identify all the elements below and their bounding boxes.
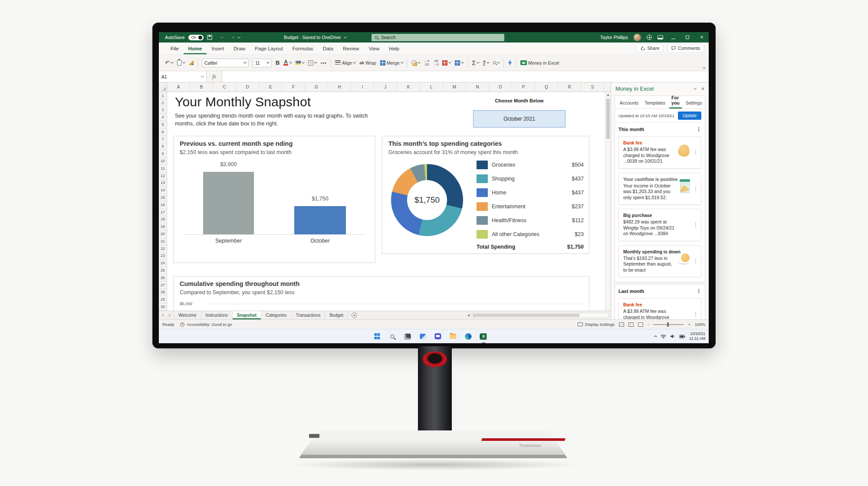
column-header-K[interactable]: K [397, 82, 420, 92]
row-header-12[interactable]: 12 [159, 172, 167, 180]
card-kebab-icon[interactable]: ⋮ [693, 186, 698, 192]
redo-button[interactable]: ↷ [227, 35, 234, 40]
column-header-A[interactable]: A [167, 82, 190, 92]
ribbon-tab-review[interactable]: Review [338, 44, 364, 54]
ribbon-overflow-button[interactable]: ••• [321, 60, 327, 66]
fill-color-button[interactable] [296, 61, 304, 65]
worksheet-grid[interactable]: 1234567891011121314151617181920212223242… [159, 92, 611, 311]
name-box[interactable]: A1 [159, 71, 207, 82]
display-settings-button[interactable]: Display Settings [578, 322, 615, 327]
ribbon-tab-page-layout[interactable]: Page Layout [250, 44, 288, 54]
sheet-nav-right-icon[interactable] [168, 314, 171, 317]
card-kebab-icon[interactable]: ⋮ [693, 311, 698, 317]
row-header-8[interactable]: 8 [159, 143, 167, 151]
pane-collapse-icon[interactable] [694, 87, 697, 90]
format-as-table-button[interactable] [455, 60, 464, 66]
row-header-23[interactable]: 23 [159, 253, 167, 260]
pane-tab-templates[interactable]: Templates [642, 98, 667, 108]
row-header-4[interactable]: 4 [159, 114, 167, 121]
column-header-C[interactable]: C [213, 82, 236, 92]
conditional-formatting-button[interactable] [442, 60, 451, 66]
align-button[interactable]: Align [335, 60, 355, 66]
minimize-button[interactable] [669, 34, 677, 40]
column-header-F[interactable]: F [282, 82, 305, 92]
row-header-29[interactable]: 29 [159, 296, 167, 303]
column-header-G[interactable]: G [305, 82, 328, 92]
column-header-M[interactable]: M [443, 82, 466, 92]
ribbon-tab-file[interactable]: File [166, 44, 184, 54]
borders-button[interactable] [308, 60, 317, 66]
ribbon-tab-draw[interactable]: Draw [229, 44, 250, 54]
sheet-tab-budget[interactable]: Budget [325, 311, 348, 319]
card-kebab-icon[interactable]: ⋮ [693, 149, 698, 155]
fx-icon[interactable]: fx [207, 71, 222, 82]
row-header-9[interactable]: 9 [159, 150, 167, 158]
row-header-15[interactable]: 15 [159, 194, 167, 201]
ribbon-tab-formulas[interactable]: Formulas [288, 44, 318, 54]
row-header-18[interactable]: 18 [159, 216, 167, 223]
font-name-select[interactable]: Calibri [202, 59, 249, 67]
pane-tab-for-you[interactable]: For you [669, 95, 682, 108]
start-button[interactable] [372, 331, 382, 342]
column-header-J[interactable]: J [374, 82, 397, 92]
undo-ribbon-button[interactable]: ↶ [165, 60, 173, 66]
kebab-menu-icon[interactable]: ⋮ [696, 288, 701, 294]
search-input[interactable]: Search [372, 34, 504, 41]
system-clock[interactable]: 10/20/21 11:11 AM [689, 332, 705, 341]
column-header-R[interactable]: R [558, 82, 581, 92]
zoom-level[interactable]: 100% [695, 322, 705, 327]
sheet-tab-snapshot[interactable]: Snapshot [233, 311, 262, 319]
column-header-Q[interactable]: Q [535, 82, 558, 92]
insight-card[interactable]: Monthly spending is downThat’s $193.27 l… [618, 245, 701, 278]
battery-icon[interactable] [679, 335, 685, 338]
restore-button[interactable] [683, 34, 692, 40]
paste-button[interactable] [177, 60, 185, 66]
row-header-19[interactable]: 19 [159, 223, 167, 230]
sheet-tab-transactions[interactable]: Transactions [292, 311, 326, 319]
insight-card[interactable]: Bank feeA $3.99 ATM fee was charged to W… [618, 298, 701, 319]
decrease-decimal-button[interactable]: .00→0 [433, 59, 438, 66]
horizontal-scrollbar[interactable] [467, 311, 611, 319]
month-select-box[interactable]: October 2021 [473, 110, 566, 128]
bold-button[interactable]: B [276, 59, 279, 66]
row-header-16[interactable]: 16 [159, 201, 167, 209]
accessibility-status[interactable]: Accessibility: Good to go [187, 322, 232, 327]
widgets-button[interactable] [418, 331, 428, 342]
find-select-button[interactable] [493, 61, 500, 64]
number-format-button[interactable] [411, 60, 420, 66]
sheet-nav-left-icon[interactable] [162, 314, 165, 317]
column-header-I[interactable]: I [351, 82, 374, 92]
row-header-25[interactable]: 25 [159, 267, 167, 274]
taskbar-search-button[interactable] [387, 331, 398, 342]
pane-tab-accounts[interactable]: Accounts [618, 98, 641, 108]
scrollbar-thumb[interactable] [606, 99, 610, 139]
row-header-6[interactable]: 6 [159, 128, 167, 136]
hscroll-thumb[interactable] [473, 314, 579, 317]
zoom-in-button[interactable]: + [688, 322, 690, 327]
row-header-21[interactable]: 21 [159, 238, 167, 245]
autosum-button[interactable]: Σ [472, 59, 479, 66]
wifi-icon[interactable] [661, 334, 666, 338]
task-view-button[interactable] [402, 331, 413, 342]
zoom-out-button[interactable]: - [648, 322, 649, 327]
share-button[interactable]: Share [636, 44, 664, 53]
new-sheet-button[interactable]: + [348, 311, 361, 319]
normal-view-button[interactable] [619, 322, 624, 327]
zoom-knob[interactable] [667, 322, 669, 327]
chat-button[interactable] [433, 331, 443, 342]
ribbon-tab-help[interactable]: Help [384, 44, 404, 54]
row-header-2[interactable]: 2 [159, 99, 167, 107]
tray-chevron-icon[interactable] [654, 335, 657, 338]
column-header-D[interactable]: D [236, 82, 259, 92]
volume-icon[interactable] [670, 334, 675, 338]
user-name[interactable]: Taylor Phillips [600, 35, 628, 40]
row-header-10[interactable]: 10 [159, 158, 167, 165]
sheet-tab-categories[interactable]: Categories [261, 311, 291, 319]
increase-decimal-button[interactable]: ←0.00 [424, 59, 429, 66]
money-in-excel-button[interactable]: Money in Excel [520, 60, 559, 66]
pane-tab-settings[interactable]: Settings [684, 98, 704, 108]
row-header-7[interactable]: 7 [159, 136, 167, 143]
zoom-slider[interactable] [653, 324, 684, 325]
column-header-L[interactable]: L [420, 82, 443, 92]
ribbon-tab-data[interactable]: Data [318, 44, 338, 54]
